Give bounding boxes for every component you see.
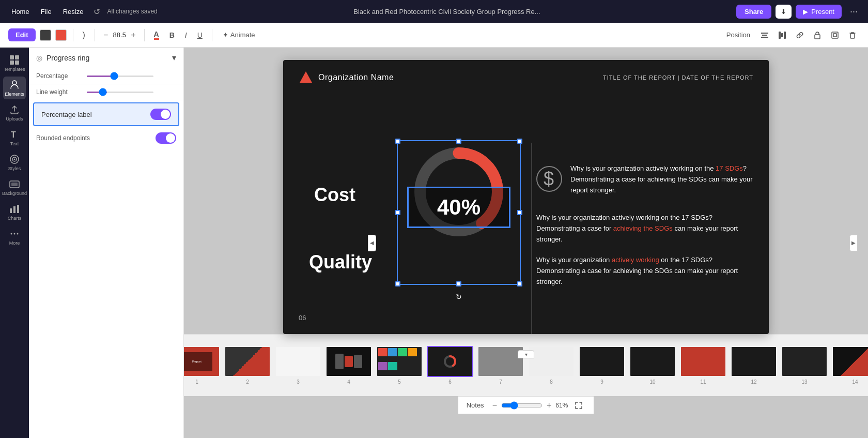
download-button[interactable]: ⬇ [776, 5, 792, 19]
sidebar-item-elements[interactable]: Elements [3, 77, 26, 99]
toolbar-sep-4 [212, 29, 212, 41]
line-weight-slider[interactable] [87, 92, 153, 93]
thumb-item-11[interactable]: 11 [680, 346, 726, 385]
position-button[interactable]: Position [722, 29, 754, 41]
share-button[interactable]: Share [736, 5, 771, 19]
collapse-arrow-right[interactable]: ▶ [849, 235, 858, 251]
thumb-item-9[interactable]: 9 [579, 346, 625, 385]
present-label: Present [811, 8, 834, 16]
thumb-item-13[interactable]: 13 [781, 346, 828, 385]
handle-top-right[interactable] [517, 139, 522, 144]
zoom-in-button[interactable]: + [547, 401, 551, 410]
svg-rect-7 [832, 32, 838, 38]
sidebar-item-styles[interactable]: Styles [3, 151, 26, 174]
topbar-actions: Share ⬇ ▶ Present ··· [736, 3, 862, 20]
panel-dropdown-button[interactable]: ▾ [172, 53, 176, 63]
document-title: Black and Red Photocentric Civil Society… [160, 8, 734, 16]
thumb-item-5[interactable]: 5 [376, 346, 423, 385]
svg-rect-21 [10, 208, 12, 213]
thumb-item-14[interactable]: 14 [832, 346, 868, 385]
color-swatch-red[interactable] [55, 29, 67, 41]
sidebar-item-templates[interactable]: Templates [3, 52, 26, 74]
handle-bottom-middle[interactable] [456, 281, 461, 286]
distribute-button[interactable] [775, 29, 789, 41]
file-button[interactable]: File [36, 6, 57, 18]
handle-top-left[interactable] [395, 139, 400, 144]
lock-button[interactable] [810, 29, 825, 41]
collapse-arrow-left[interactable]: ◀ [368, 235, 376, 251]
notes-button[interactable]: Notes [467, 401, 484, 409]
sidebar-item-background[interactable]: Background [3, 176, 26, 199]
thumb-item-2[interactable]: 2 [224, 346, 271, 385]
percentage-label-toggle[interactable] [150, 109, 171, 120]
handle-right-middle[interactable] [517, 210, 522, 215]
home-button[interactable]: Home [6, 6, 35, 18]
thumb-item-6[interactable]: 6 [427, 346, 473, 385]
color-swatch-dark[interactable] [40, 29, 51, 41]
undo-button[interactable]: ↺ [89, 4, 104, 19]
thumb-item-4[interactable]: 4 [326, 346, 372, 385]
font-size-minus[interactable]: − [101, 29, 110, 41]
main-area: Templates Elements Uploads T Text [0, 48, 868, 438]
zoom-slider[interactable] [501, 401, 542, 410]
delete-button[interactable] [845, 29, 860, 41]
thumb-2 [224, 346, 271, 377]
thumbnails-bar: Report 1 2 3 [184, 334, 868, 396]
layers-icon [831, 31, 839, 39]
progress-ring-container[interactable]: ↻ 40% [397, 140, 521, 285]
animate-label: Animate [230, 31, 255, 39]
more-button[interactable]: ··· [846, 3, 862, 20]
thumb-item-7[interactable]: 7 [477, 346, 524, 385]
underline-button[interactable]: U [194, 29, 206, 41]
layers-button[interactable] [828, 29, 842, 41]
uploads-icon [9, 104, 20, 115]
toolbar-right: Position [722, 29, 860, 41]
percentage-slider[interactable] [87, 75, 153, 77]
handle-bottom-right[interactable] [517, 281, 522, 286]
italic-button[interactable]: I [182, 29, 190, 41]
toolbar-sep-3 [144, 29, 145, 41]
thumb-num-5: 5 [398, 379, 401, 385]
notes-bar: Notes − + 61% [458, 396, 594, 414]
percentage-slider-container: 40 [87, 72, 176, 80]
sidebar-item-charts[interactable]: Charts [3, 201, 26, 223]
sidebar-item-text[interactable]: T Text [3, 126, 26, 149]
fullscreen-icon [575, 402, 582, 409]
thumb-item-10[interactable]: 10 [629, 346, 676, 385]
arc-button[interactable]: ) [80, 28, 88, 42]
thumb-item-12[interactable]: 12 [731, 346, 777, 385]
line-weight-input[interactable]: 10 [158, 88, 176, 96]
more-icon [9, 228, 20, 239]
percentage-label-row: Percentage label [33, 102, 179, 126]
thumb-1: Report [184, 346, 220, 377]
rounded-toggle-knob [166, 133, 175, 143]
present-button[interactable]: ▶ Present [796, 5, 842, 19]
rounded-endpoints-toggle[interactable] [156, 132, 176, 144]
toolbar: Edit ) − 88.5 + A B I U ✦ Animate Positi… [0, 23, 868, 48]
text-color-button[interactable]: A [151, 28, 162, 42]
sidebar-item-more[interactable]: More [3, 225, 26, 248]
svg-rect-8 [833, 34, 836, 37]
edit-button[interactable]: Edit [8, 28, 36, 41]
bold-button[interactable]: B [166, 29, 178, 41]
thumb-item-8[interactable]: 8 [528, 346, 575, 385]
handle-left-middle[interactable] [395, 210, 400, 215]
slide-container[interactable]: Organization Name TITLE OF THE REPORT | … [283, 60, 769, 334]
zoom-out-button[interactable]: − [492, 401, 497, 410]
handle-bottom-left[interactable] [395, 281, 400, 286]
fullscreen-button[interactable] [572, 400, 585, 411]
thumb-item-3[interactable]: 3 [275, 346, 321, 385]
rotate-handle[interactable]: ↻ [455, 293, 462, 300]
resize-button[interactable]: Resize [58, 6, 89, 18]
align-button[interactable] [757, 29, 772, 41]
more-label: More [9, 240, 20, 246]
thumb-item-1[interactable]: Report 1 [184, 346, 220, 385]
thumb-num-14: 14 [852, 379, 858, 385]
link-button[interactable] [793, 29, 807, 41]
font-size-plus[interactable]: + [129, 29, 137, 41]
expand-arrow-bottom[interactable]: ▾ [518, 350, 534, 358]
percentage-input[interactable]: 40 [158, 72, 176, 80]
sidebar-item-uploads[interactable]: Uploads [3, 101, 26, 124]
thumb-13 [781, 346, 828, 377]
animate-button[interactable]: ✦ Animate [219, 29, 259, 41]
